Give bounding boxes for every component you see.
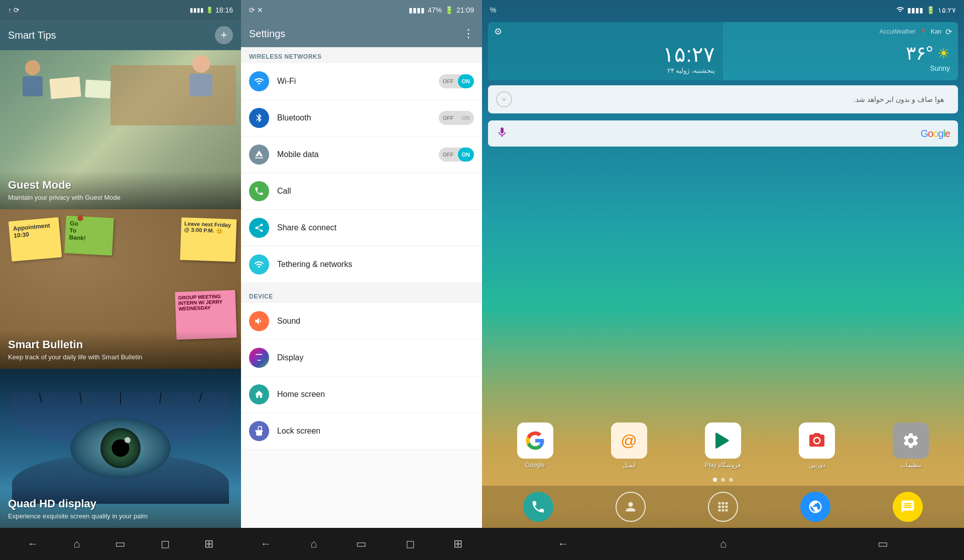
panel3-navbar: ← ⌂ ▭ xyxy=(482,528,964,560)
home-button[interactable]: ⌂ xyxy=(73,537,80,550)
panel2-settings: ⟳ ✕ ▮▮▮▮ 47% 🔋 21:09 Settings ⋮ WIRELESS… xyxy=(241,0,482,560)
lock-screen-icon xyxy=(249,421,269,441)
settings-item-sound[interactable]: Sound xyxy=(241,303,482,340)
panel2-battery-icon: 🔋 xyxy=(445,6,453,14)
panel1-statusbar: ↑ ⟳ ▮▮▮▮ 🔋 18:16 xyxy=(0,0,241,20)
settings-item-home-screen[interactable]: Home screen xyxy=(241,376,482,413)
google-logo: Google xyxy=(920,128,950,139)
panel3-time: ۱۵:۲۷ xyxy=(938,6,956,14)
tethering-label: Tethering & networks xyxy=(277,260,474,269)
panel2-title: Settings xyxy=(249,28,285,40)
menu1-button[interactable]: ◻ xyxy=(161,537,170,550)
settings-item-mobile-data[interactable]: Mobile data OFF ON xyxy=(241,136,482,173)
call-label: Call xyxy=(277,187,474,196)
settings-divider xyxy=(241,283,482,287)
bluetooth-label: Bluetooth xyxy=(277,113,439,122)
app-icon-email[interactable]: @ ایمیل xyxy=(611,423,647,469)
wifi-label: Wi-Fi xyxy=(277,77,439,86)
panel2-battery-pct: 47% xyxy=(428,6,442,14)
google-app-label: Google xyxy=(525,462,545,469)
sound-label: Sound xyxy=(277,317,474,326)
p2-recents-button[interactable]: ▭ xyxy=(356,537,367,550)
forecast-expand-button[interactable] xyxy=(496,91,512,107)
back-button[interactable]: ← xyxy=(28,537,39,550)
settings-item-call[interactable]: Call xyxy=(241,173,482,210)
panel3-statusbar: % ▮▮▮▮ 🔋 ۱۵:۲۷ xyxy=(482,0,964,20)
google-search-bar[interactable]: Google xyxy=(488,120,958,147)
p2-menu1-button[interactable]: ◻ xyxy=(406,537,415,550)
guest-mode-title: Guest Mode xyxy=(8,179,233,192)
page-dot-1[interactable] xyxy=(713,478,717,482)
panel3-home: % ▮▮▮▮ 🔋 ۱۵:۲۷ ⚙ AccuWeather 📍 Kan ⟳ xyxy=(482,0,964,560)
menu2-button[interactable]: ⊞ xyxy=(204,537,213,550)
battery-icon: 🔋 xyxy=(206,7,213,14)
p2-menu2-button[interactable]: ⊞ xyxy=(453,537,462,550)
panel2-statusbar: ⟳ ✕ ▮▮▮▮ 47% 🔋 21:09 xyxy=(241,0,482,20)
weather-date-display: پنجشنبه، ژوليه ۲۴ xyxy=(496,67,715,74)
share-connect-label: Share & connect xyxy=(277,223,474,232)
forecast-description: هوا صاف و بدون ابر خواهد شد. xyxy=(512,95,950,103)
dock-contacts-button[interactable] xyxy=(616,492,646,522)
weather-temp-panel: ۳۶° ☀ Sunny xyxy=(723,22,958,80)
smart-bulletin-title: Smart Bulletin xyxy=(8,338,233,351)
panel2-header: Settings ⋮ xyxy=(241,20,482,47)
panel1-status-left: ↑ ⟳ xyxy=(8,6,20,14)
app-icon-google[interactable]: Google xyxy=(517,423,553,469)
panel2-status-right: ▮▮▮▮ 47% 🔋 21:09 xyxy=(409,6,474,14)
settings-item-lock-screen[interactable]: Lock screen xyxy=(241,413,482,450)
forecast-card: هوا صاف و بدون ابر خواهد شد. xyxy=(488,85,958,113)
p2-home-button[interactable]: ⌂ xyxy=(310,537,317,550)
p3-recents-button[interactable]: ▭ xyxy=(878,537,888,550)
panel2-more-button[interactable]: ⋮ xyxy=(463,27,474,40)
p2-back-button[interactable]: ← xyxy=(261,537,272,550)
tethering-icon xyxy=(249,254,269,274)
wifi-toggle[interactable]: OFF ON xyxy=(439,74,474,88)
panel1-navbar: ← ⌂ ▭ ◻ ⊞ xyxy=(0,528,241,560)
dock-phone-button[interactable] xyxy=(523,492,553,522)
panel3-status-right: ▮▮▮▮ 🔋 ۱۵:۲۷ xyxy=(896,6,956,15)
p3-back-button[interactable]: ← xyxy=(558,537,569,550)
panel1-time: 18:16 xyxy=(215,6,233,14)
settings-item-tethering[interactable]: Tethering & networks xyxy=(241,246,482,283)
camera-app-icon xyxy=(799,423,835,459)
panel2-signal: ▮▮▮▮ xyxy=(409,6,425,14)
sound-icon xyxy=(249,311,269,331)
google-mic-icon[interactable] xyxy=(496,126,510,141)
dock-sms-button[interactable] xyxy=(893,492,923,522)
settings-app-label: تنظیمات xyxy=(900,462,922,469)
tip-card-smart-bulletin[interactable]: Appointment10:30 GoToBank! Leave next Fr… xyxy=(0,209,241,368)
app-icon-camera[interactable]: دوربین xyxy=(799,423,835,469)
panel1-status-right: ▮▮▮▮ 🔋 18:16 xyxy=(190,6,233,14)
page-dot-2[interactable] xyxy=(721,478,725,482)
wireless-section-header: WIRELESS NETWORKS xyxy=(241,47,482,63)
dock-browser-button[interactable] xyxy=(800,492,830,522)
app-icon-play[interactable]: فروشگاه Play xyxy=(705,423,742,469)
settings-content: WIRELESS NETWORKS Wi-Fi OFF ON Bluetooth xyxy=(241,47,482,528)
app-icon-settings[interactable]: تنظیمات xyxy=(893,423,929,469)
tip-card-guest-mode[interactable]: Guest Mode Maintain your privacy with Gu… xyxy=(0,50,241,209)
recents-button[interactable]: ▭ xyxy=(115,537,126,550)
weather-time-display: ۱۵:۲۷ xyxy=(496,42,715,67)
settings-item-wifi[interactable]: Wi-Fi OFF ON xyxy=(241,63,482,100)
page-dot-3[interactable] xyxy=(729,478,733,482)
settings-app-icon xyxy=(893,423,929,459)
call-icon xyxy=(249,181,269,201)
settings-item-display[interactable]: Display xyxy=(241,340,482,376)
mobile-data-toggle[interactable]: OFF ON xyxy=(439,148,474,162)
sticky-note-2: GoToBank! xyxy=(64,216,114,256)
panel2-time: 21:09 xyxy=(456,6,474,14)
panel1-add-button[interactable]: + xyxy=(215,26,233,44)
settings-item-bluetooth[interactable]: Bluetooth OFF ON xyxy=(241,100,482,136)
settings-item-share-connect[interactable]: Share & connect xyxy=(241,210,482,246)
guest-mode-overlay: Guest Mode Maintain your privacy with Gu… xyxy=(0,171,241,209)
panel1-cards: Guest Mode Maintain your privacy with Gu… xyxy=(0,50,241,528)
home-screen-label: Home screen xyxy=(277,390,474,399)
panel1-title: Smart Tips xyxy=(8,30,56,41)
p3-home-button[interactable]: ⌂ xyxy=(720,537,727,550)
panel3-dock xyxy=(482,486,964,528)
google-app-icon xyxy=(517,423,553,459)
dock-app-drawer-button[interactable] xyxy=(708,492,738,522)
tip-card-quad-hd[interactable]: Quad HD display Experience exquisite scr… xyxy=(0,369,241,528)
display-icon xyxy=(249,348,269,368)
bluetooth-toggle[interactable]: OFF ON xyxy=(439,111,474,125)
